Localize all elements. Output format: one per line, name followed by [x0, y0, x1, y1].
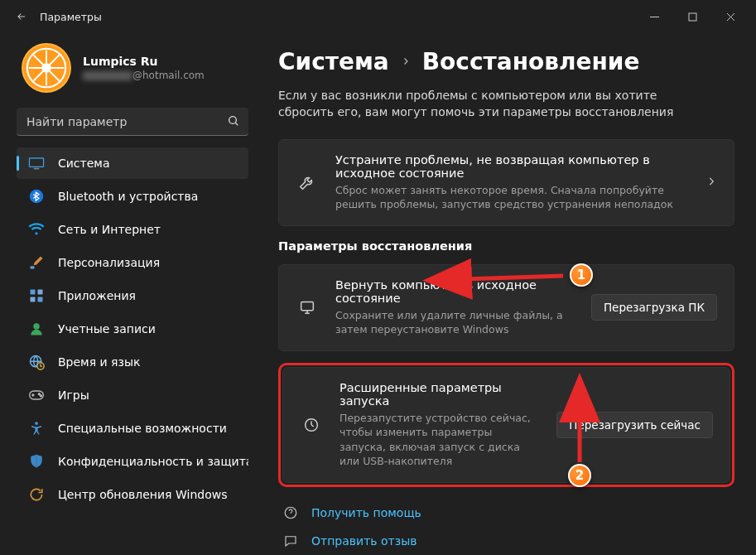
chevron-right-icon [705, 175, 717, 191]
close-button[interactable] [711, 3, 749, 30]
svg-point-23 [38, 393, 40, 395]
sidebar-item-shield[interactable]: Конфиденциальность и защита [17, 446, 248, 477]
shield-icon [28, 453, 45, 470]
svg-rect-12 [34, 168, 40, 170]
svg-line-9 [235, 123, 238, 125]
reset-pc-button[interactable]: Перезагрузка ПК [591, 294, 717, 321]
nav-list: СистемаBluetooth и устройстваСеть и Инте… [17, 147, 248, 510]
section-title: Параметры восстановления [278, 239, 734, 253]
titlebar: Параметры [0, 0, 756, 33]
sidebar-item-monitor[interactable]: Система [17, 147, 248, 179]
svg-rect-15 [31, 290, 36, 295]
brush-icon [28, 254, 45, 271]
sidebar-item-label: Конфиденциальность и защита [58, 455, 248, 468]
profile-block[interactable]: Lumpics Ru @hotmail.com [17, 43, 248, 93]
sidebar-item-globe-clock[interactable]: Время и язык [17, 346, 248, 378]
reset-pc-card: Вернуть компьютер в исходное состояние С… [278, 264, 734, 351]
svg-point-7 [41, 63, 51, 73]
sidebar-item-bluetooth[interactable]: Bluetooth и устройства [17, 181, 248, 212]
troubleshoot-desc: Сброс может занять некоторое время. Снач… [335, 183, 689, 212]
sidebar-item-brush[interactable]: Персонализация [17, 247, 248, 278]
sidebar-item-label: Время и язык [58, 355, 140, 369]
gamepad-icon [28, 387, 45, 403]
svg-point-24 [40, 395, 41, 397]
intro-text: Если у вас возникли проблемы с компьютер… [278, 87, 709, 121]
monitor-icon [28, 155, 45, 171]
sidebar-item-label: Система [58, 157, 109, 170]
sidebar-item-person[interactable]: Учетные записи [17, 313, 248, 345]
breadcrumb: Система Восстановление [278, 48, 734, 75]
sidebar-item-wifi[interactable]: Сеть и Интернет [17, 214, 248, 245]
svg-point-25 [35, 422, 38, 425]
svg-rect-11 [30, 159, 43, 166]
maximize-button[interactable] [673, 3, 711, 30]
breadcrumb-root[interactable]: Система [278, 48, 389, 75]
sidebar: Lumpics Ru @hotmail.com СистемаBluetooth… [0, 33, 258, 555]
back-button[interactable] [7, 2, 36, 31]
feedback-icon [282, 533, 300, 548]
avatar [22, 43, 71, 93]
wifi-icon [28, 221, 45, 238]
sidebar-item-apps[interactable]: Приложения [17, 280, 248, 311]
bluetooth-icon [28, 188, 45, 205]
svg-rect-17 [31, 297, 36, 302]
svg-rect-26 [301, 302, 314, 311]
sidebar-item-label: Учетные записи [58, 322, 156, 335]
window-title: Параметры [40, 11, 102, 23]
search-icon [227, 114, 240, 131]
breadcrumb-current: Восстановление [422, 48, 640, 75]
globe-clock-icon [28, 354, 45, 370]
svg-rect-0 [689, 13, 696, 21]
apps-icon [28, 287, 45, 304]
sidebar-item-label: Персонализация [58, 256, 160, 269]
minimize-button[interactable] [635, 3, 673, 30]
help-link[interactable]: Получить помощь [311, 506, 421, 519]
restart-now-button[interactable]: Перезагрузить сейчас [556, 412, 713, 438]
main-content: Система Восстановление Если у вас возник… [258, 33, 756, 555]
help-link-row[interactable]: Получить помощь [278, 499, 734, 527]
reset-icon [296, 298, 319, 316]
advanced-title: Расширенные параметры запуска [339, 381, 540, 408]
svg-rect-16 [38, 290, 43, 295]
profile-email: @hotmail.com [83, 70, 205, 81]
search-box[interactable] [17, 108, 248, 136]
svg-point-19 [33, 323, 40, 330]
help-icon [282, 505, 300, 520]
search-input[interactable] [17, 108, 248, 136]
accessibility-icon [28, 420, 45, 437]
sidebar-item-label: Сеть и Интернет [58, 223, 161, 236]
advanced-startup-card: Расширенные параметры запуска Перезапуст… [282, 367, 730, 483]
advanced-desc: Перезапустите устройство сейчас, чтобы и… [339, 411, 540, 469]
svg-point-8 [229, 117, 237, 124]
power-restart-icon [300, 416, 323, 434]
sidebar-item-label: Bluetooth и устройства [58, 190, 198, 203]
wrench-icon [296, 173, 319, 191]
svg-rect-18 [38, 297, 43, 302]
sidebar-item-label: Центр обновления Windows [58, 488, 227, 501]
reset-desc: Сохраните или удалите личные файлы, а за… [335, 308, 575, 337]
chevron-right-icon [401, 54, 411, 70]
sidebar-item-label: Игры [58, 388, 89, 402]
sidebar-item-accessibility[interactable]: Специальные возможности [17, 413, 248, 444]
person-icon [28, 321, 45, 337]
sidebar-item-label: Специальные возможности [58, 422, 227, 435]
feedback-link[interactable]: Отправить отзыв [311, 534, 417, 548]
troubleshoot-title: Устраните проблемы, не возвращая компьют… [335, 153, 689, 180]
sidebar-item-update[interactable]: Центр обновления Windows [17, 479, 248, 510]
update-icon [28, 486, 45, 503]
feedback-link-row[interactable]: Отправить отзыв [278, 527, 734, 555]
annotation-highlight: Расширенные параметры запуска Перезапуст… [278, 363, 734, 487]
troubleshoot-card[interactable]: Устраните проблемы, не возвращая компьют… [278, 139, 734, 226]
annotation-badge-2: 2 [568, 464, 591, 487]
sidebar-item-label: Приложения [58, 289, 136, 302]
svg-rect-14 [31, 266, 35, 268]
annotation-badge-1: 1 [570, 263, 593, 287]
reset-title: Вернуть компьютер в исходное состояние [335, 278, 575, 305]
profile-name: Lumpics Ru [83, 55, 205, 68]
sidebar-item-gamepad[interactable]: Игры [17, 379, 248, 411]
